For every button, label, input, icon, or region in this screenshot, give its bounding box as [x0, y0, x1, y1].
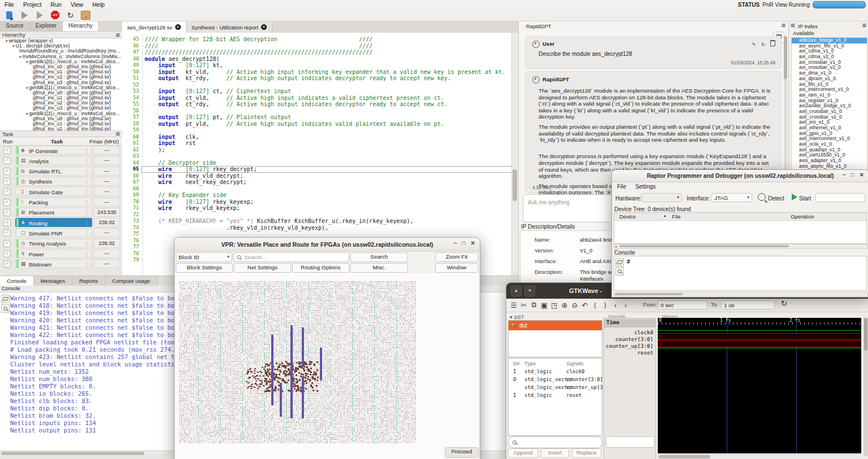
console-tab-compute-usage[interactable]: Compute usage [105, 276, 157, 286]
console-tab-messages[interactable]: Messages [34, 276, 72, 286]
raptor-menu-file[interactable]: File [617, 183, 626, 190]
task-name-cell[interactable]: ◻Simulate PNR⋮ [15, 228, 92, 237]
task-menu-dots[interactable]: ⋮ [84, 168, 90, 174]
interface-combo[interactable]: JTAG [711, 193, 752, 202]
clear-console-icon[interactable] [615, 258, 624, 266]
task-name-cell[interactable]: ▤Analysis⋮ [15, 156, 92, 165]
caret-down-icon[interactable]: ▾ [19, 55, 21, 59]
task-name-cell[interactable]: ▯Simulate Gate⋮ [15, 187, 92, 196]
sst-item-dut[interactable]: dut [509, 321, 602, 330]
zoom-out-icon[interactable]: ⊖ [570, 301, 580, 309]
signal-table-cell[interactable]: std_logic [524, 369, 552, 374]
close-icon[interactable]: ✕ [860, 172, 864, 178]
console-search-icon[interactable] [615, 267, 624, 276]
menu-item-project[interactable]: Project [19, 1, 46, 8]
regenerate-icon[interactable]: ↻ [761, 42, 766, 47]
dock-icon[interactable]: ⊠ [791, 23, 795, 28]
task-name-cell[interactable]: ◷Timing Analysis⋮ [15, 239, 92, 248]
tab-hierarchy[interactable]: Hierarchy [63, 21, 99, 31]
gtkwave-insert-button[interactable]: Insert [541, 448, 569, 458]
next-transition-icon[interactable]: ⟩ [600, 301, 610, 309]
task-row-synthesis[interactable]: ✓◎Synthesis⋮--- [0, 176, 122, 186]
unshade-icon[interactable]: ▾ [524, 286, 535, 296]
task-name-cell[interactable]: ◈IP Generate⋮ [15, 146, 92, 155]
task-name-cell[interactable]: ◎Synthesis⋮ [15, 177, 92, 186]
task-row-packing[interactable]: ✓∷Packing⋮--- [0, 197, 122, 207]
checkbox[interactable]: ✓ [3, 240, 11, 247]
menu-item-view[interactable]: View [66, 1, 88, 8]
paste-icon[interactable]: ▣ [539, 301, 549, 309]
to-input[interactable]: 1 us [721, 300, 775, 309]
vpr-button-window[interactable]: Window [435, 263, 478, 273]
hardware-combo[interactable] [641, 193, 682, 202]
editor-tab-0[interactable]: aes_decrypt128.sv✕ [122, 21, 186, 33]
signal-table-cell[interactable]: I [513, 369, 516, 374]
vpr-canvas-area[interactable] [175, 273, 479, 459]
checkbox[interactable]: ✓ [3, 250, 11, 257]
task-menu-dots[interactable]: ⋮ [84, 220, 90, 226]
caret-down-icon[interactable]: ▾ [6, 39, 8, 43]
reload-icon[interactable]: ↻ [781, 299, 787, 308]
editor-tab-1[interactable]: Synthesis - Utilization report✕ [186, 21, 272, 33]
checkbox[interactable]: ✓ [3, 260, 11, 268]
undo-icon[interactable]: ↶ [580, 301, 590, 309]
col-device[interactable]: Device [619, 213, 636, 220]
device-table-hscrollbar[interactable]: ◂ [614, 244, 868, 249]
menu-item-help[interactable]: Help [88, 1, 109, 8]
copy-icon[interactable]: ⧉ [529, 301, 539, 309]
maximize-icon[interactable]: □ [851, 172, 854, 178]
task-row-simulate-gate[interactable]: ✓▯Simulate Gate⋮--- [0, 186, 122, 196]
task-menu-dots[interactable]: ⋮ [84, 189, 90, 195]
task-row-ip-generate[interactable]: ✓◈IP Generate⋮--- [0, 145, 122, 155]
raptor-input[interactable] [815, 193, 865, 202]
signal-table-cell[interactable]: counter[3:0] [566, 377, 603, 382]
task-row-placement[interactable]: ✓⊞Placement⋮243.535 [0, 207, 122, 217]
task-menu-dots[interactable]: ⋮ [84, 158, 90, 164]
task-name-cell[interactable]: ⊞Placement⋮ [15, 208, 92, 217]
checkbox[interactable]: ✓ [3, 157, 11, 164]
task-menu-dots[interactable]: ⋮ [84, 251, 90, 257]
edit-icon[interactable]: ✎ [752, 42, 756, 47]
simulate-icon[interactable] [35, 10, 45, 20]
clear-console-icon[interactable] [1, 295, 10, 303]
vpr-button-block-settings[interactable]: Block Settings [176, 263, 233, 273]
page-left-icon[interactable]: ‹ [610, 301, 620, 309]
console-tab-console[interactable]: Console [0, 276, 34, 286]
minimize-icon[interactable]: – [454, 240, 457, 246]
rpd-icon[interactable]: ↗ [81, 10, 90, 20]
raptor-titlebar[interactable]: Raptor Programmer and Debugger (on ussw0… [612, 170, 868, 182]
editor-scrollbar-thumb[interactable] [513, 169, 517, 201]
page-right-icon[interactable]: › [620, 301, 631, 309]
signals-filter-input[interactable] [606, 436, 654, 448]
new-file-icon[interactable] [5, 10, 14, 20]
task-name-cell[interactable]: ⧉Simulate RTL⋮ [15, 167, 92, 176]
zoom-in-icon[interactable]: ⊕ [559, 301, 570, 309]
signal-table-cell[interactable]: I [513, 392, 516, 398]
checkbox[interactable]: ✓ [3, 147, 11, 154]
close-icon[interactable]: ✕ [261, 24, 267, 30]
signal-table-cell[interactable]: reset [566, 392, 581, 398]
select-icon[interactable]: ◳ [549, 301, 559, 309]
start-button[interactable]: Start [799, 195, 811, 202]
waves-canvas[interactable]: 01 fs2 fsuu [658, 318, 861, 453]
task-row-timing-analysis[interactable]: ✓◷Timing Analysis⋮239.02 [0, 238, 122, 248]
col-file[interactable]: File [672, 213, 680, 220]
waves-vscrollbar[interactable] [863, 318, 868, 456]
task-row-routing[interactable]: ✓⋔Routing⋮239.02 [0, 217, 122, 228]
checkbox[interactable]: ✓ [3, 188, 11, 195]
task-row-bitstream[interactable]: ✓▦Bitstream⋮--- [0, 259, 122, 269]
minimize-icon[interactable]: – [843, 172, 846, 178]
console-tab-reports[interactable]: Reports [72, 276, 105, 286]
menu-item-file[interactable]: File [0, 1, 19, 8]
vpr-zoomfit-button[interactable]: Zoom Fit [435, 252, 478, 262]
task-name-cell[interactable]: ↯Power⋮ [15, 249, 92, 258]
task-menu-dots[interactable]: ⋮ [84, 147, 90, 154]
waves-hscrollbar[interactable] [658, 454, 861, 459]
tree-node[interactable]: gfmul_inv_u2 : gfmul_inv (gfmul.sv) [0, 126, 122, 130]
caret-down-icon[interactable]: ▾ [12, 44, 15, 48]
caret-down-icon[interactable]: ▾ [26, 86, 28, 90]
raptor-hscrollbar[interactable] [614, 292, 868, 297]
gtkwave-replace-button[interactable]: Replace [572, 448, 601, 458]
task-menu-dots[interactable]: ⋮ [84, 261, 90, 267]
checkbox[interactable]: ✓ [3, 229, 11, 237]
